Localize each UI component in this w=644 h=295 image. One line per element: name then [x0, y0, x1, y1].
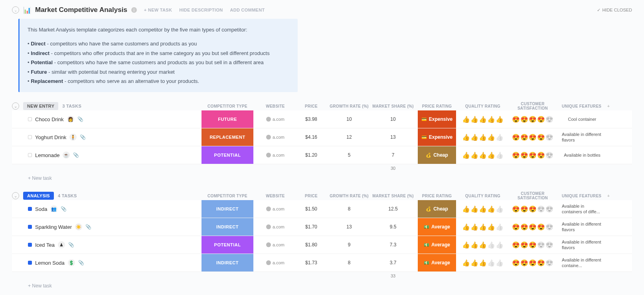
- share-cell[interactable]: 9.5: [371, 218, 415, 236]
- group-title[interactable]: ANALYSIS: [23, 192, 54, 200]
- status-checkbox[interactable]: [28, 135, 32, 139]
- competitor-type-badge[interactable]: INDIRECT: [201, 200, 253, 218]
- col-website[interactable]: WEBSITE: [255, 104, 295, 108]
- group-collapse-icon[interactable]: ⌄: [12, 192, 19, 199]
- status-checkbox[interactable]: [28, 261, 32, 265]
- add-column-button[interactable]: +: [603, 194, 614, 198]
- col-website[interactable]: WEBSITE: [255, 194, 295, 198]
- price-cell[interactable]: $3.98: [295, 110, 327, 128]
- price-cell[interactable]: $4.16: [295, 128, 327, 146]
- quality-cell[interactable]: 👍👍👍👍👍: [459, 128, 507, 146]
- satisfaction-cell[interactable]: 😍😍😍😍😍: [507, 236, 559, 254]
- new-task-button[interactable]: + NEW TASK: [144, 8, 172, 12]
- collapse-icon[interactable]: ⌄: [12, 6, 19, 14]
- attachment-icon[interactable]: 📎: [77, 116, 83, 122]
- status-checkbox[interactable]: [28, 207, 32, 211]
- satisfaction-cell[interactable]: 😍😍😍😍😍: [507, 218, 559, 236]
- assignee-avatar[interactable]: 👥: [50, 205, 57, 212]
- col-unique-features[interactable]: UNIQUE FEATURES: [559, 104, 603, 108]
- group-collapse-icon[interactable]: ⌄: [12, 102, 19, 110]
- table-row[interactable]: Soda 👥 📎 INDIRECT a.com $1.50 8 12.5 💰Ch…: [12, 200, 632, 218]
- satisfaction-cell[interactable]: 😍😍😍😍😍: [507, 254, 559, 271]
- col-price-rating[interactable]: PRICE RATING: [415, 104, 459, 108]
- price-cell[interactable]: $1.80: [295, 236, 327, 254]
- share-cell[interactable]: 10: [371, 110, 415, 128]
- assignee-avatar[interactable]: 👩: [67, 116, 74, 123]
- attachment-icon[interactable]: 📎: [78, 260, 84, 266]
- quality-cell[interactable]: 👍👍👍👍👍: [459, 254, 507, 271]
- website-cell[interactable]: a.com: [255, 236, 295, 254]
- price-rating-badge[interactable]: 💵Average: [418, 236, 456, 254]
- attachment-icon[interactable]: 📎: [85, 224, 91, 230]
- share-cell[interactable]: 12.5: [371, 200, 415, 218]
- add-column-button[interactable]: +: [603, 104, 614, 108]
- website-cell[interactable]: a.com: [255, 200, 295, 218]
- task-name[interactable]: Yoghurt Drink: [35, 134, 66, 140]
- website-cell[interactable]: a.com: [255, 146, 295, 164]
- col-price[interactable]: PRICE: [295, 104, 327, 108]
- col-competitor-type[interactable]: COMPETITOR TYPE: [200, 104, 255, 108]
- status-checkbox[interactable]: [28, 225, 32, 229]
- price-rating-badge[interactable]: 💵Average: [418, 218, 456, 236]
- price-cell[interactable]: $1.50: [295, 200, 327, 218]
- price-cell[interactable]: $1.20: [295, 146, 327, 164]
- assignee-avatar[interactable]: ☕: [63, 151, 70, 159]
- growth-cell[interactable]: 9: [327, 236, 371, 254]
- table-row[interactable]: Lemon Soda 💲 📎 INDIRECT a.com $1.73 8 3.…: [12, 254, 632, 272]
- quality-cell[interactable]: 👍👍👍👍👍: [459, 236, 507, 254]
- assignee-avatar[interactable]: ♟: [58, 241, 65, 248]
- price-cell[interactable]: $1.70: [295, 218, 327, 236]
- col-competitor-type[interactable]: COMPETITOR TYPE: [200, 194, 255, 198]
- share-cell[interactable]: 13: [371, 128, 415, 146]
- features-cell[interactable]: Cool container: [568, 116, 597, 122]
- attachment-icon[interactable]: 📎: [80, 134, 86, 140]
- website-cell[interactable]: a.com: [255, 110, 295, 128]
- col-share[interactable]: MARKET SHARE (%): [371, 104, 415, 108]
- quality-cell[interactable]: 👍👍👍👍👍: [459, 200, 507, 218]
- attachment-icon[interactable]: 📎: [61, 206, 67, 212]
- competitor-type-badge[interactable]: FUTURE: [201, 110, 253, 128]
- col-unique-features[interactable]: UNIQUE FEATURES: [559, 194, 603, 198]
- col-growth[interactable]: GROWTH RATE (%): [327, 104, 371, 108]
- price-cell[interactable]: $1.73: [295, 254, 327, 271]
- share-cell[interactable]: 7: [371, 146, 415, 164]
- attachment-icon[interactable]: 📎: [73, 152, 79, 158]
- status-checkbox[interactable]: [28, 117, 32, 121]
- share-cell[interactable]: 7.3: [371, 236, 415, 254]
- assignee-avatar[interactable]: ☀️: [75, 223, 82, 230]
- group-title[interactable]: NEW ENTRY: [23, 102, 58, 110]
- table-row[interactable]: Iced Tea ♟ 📎 POTENTIAL a.com $1.80 9 7.3…: [12, 236, 632, 254]
- features-cell[interactable]: Available in bottles: [564, 152, 601, 158]
- hide-description-button[interactable]: HIDE DESCRIPTION: [179, 8, 223, 12]
- add-comment-button[interactable]: ADD COMMENT: [230, 8, 265, 12]
- info-icon[interactable]: i: [131, 7, 137, 13]
- growth-cell[interactable]: 13: [327, 218, 371, 236]
- assignee-avatar[interactable]: 🧍: [69, 134, 77, 141]
- satisfaction-cell[interactable]: 😍😍😍😍😍: [507, 110, 559, 128]
- quality-cell[interactable]: 👍👍👍👍👍: [459, 146, 507, 164]
- quality-cell[interactable]: 👍👍👍👍👍: [459, 110, 507, 128]
- satisfaction-cell[interactable]: 😍😍😍😍😍: [507, 200, 559, 218]
- table-row[interactable]: Yoghurt Drink 🧍 📎 REPLACEMENT a.com $4.1…: [12, 128, 632, 146]
- task-name[interactable]: Choco Drink: [35, 116, 64, 122]
- price-rating-badge[interactable]: 💳Expensive: [418, 110, 456, 128]
- col-growth[interactable]: GROWTH RATE (%): [327, 194, 371, 198]
- status-checkbox[interactable]: [28, 153, 32, 157]
- competitor-type-badge[interactable]: INDIRECT: [201, 254, 253, 271]
- satisfaction-cell[interactable]: 😍😍😍😍😍: [507, 128, 559, 146]
- task-name[interactable]: Soda: [35, 206, 47, 212]
- share-cell[interactable]: 3.7: [371, 254, 415, 271]
- col-price-rating[interactable]: PRICE RATING: [415, 194, 459, 198]
- growth-cell[interactable]: 12: [327, 128, 371, 146]
- features-cell[interactable]: Available in different flavors: [562, 132, 603, 143]
- website-cell[interactable]: a.com: [255, 218, 295, 236]
- col-quality-rating[interactable]: QUALITY RATING: [459, 104, 507, 108]
- growth-cell[interactable]: 8: [327, 200, 371, 218]
- website-cell[interactable]: a.com: [255, 128, 295, 146]
- quality-cell[interactable]: 👍👍👍👍👍: [459, 218, 507, 236]
- competitor-type-badge[interactable]: POTENTIAL: [201, 146, 253, 164]
- features-cell[interactable]: Available in different flavors: [562, 221, 603, 233]
- hide-closed-toggle[interactable]: ✓ HIDE CLOSED: [597, 8, 632, 13]
- competitor-type-badge[interactable]: POTENTIAL: [201, 236, 253, 254]
- website-cell[interactable]: a.com: [255, 254, 295, 271]
